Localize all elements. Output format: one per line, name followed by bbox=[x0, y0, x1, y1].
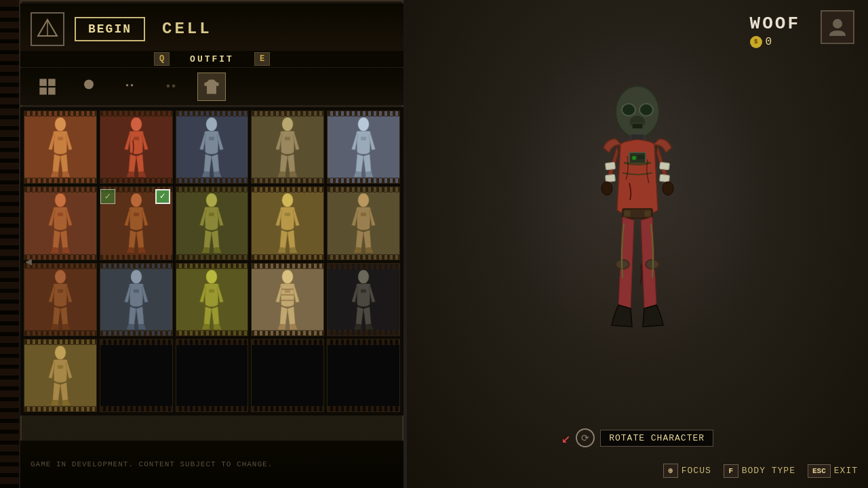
bottom-controls: ⊕ FOCUS F BODY TYPE ESC EXIT bbox=[663, 464, 858, 478]
rotate-button-icon: ⟳ bbox=[576, 428, 595, 447]
currency-row: $ 0 bbox=[750, 36, 800, 48]
selected-checkmark: ✓ bbox=[155, 189, 170, 204]
svg-rect-21 bbox=[209, 137, 214, 140]
category-legs[interactable] bbox=[321, 73, 349, 101]
svg-rect-48 bbox=[134, 289, 139, 292]
outfit-cell-7[interactable]: ✓ bbox=[100, 186, 173, 260]
svg-rect-45 bbox=[58, 289, 63, 292]
svg-rect-71 bbox=[606, 162, 616, 169]
outfit-cell-2[interactable] bbox=[100, 110, 173, 184]
cell-character-svg-13 bbox=[186, 268, 237, 331]
outfit-cell-8[interactable] bbox=[176, 186, 249, 260]
svg-point-49 bbox=[206, 270, 217, 284]
svg-rect-36 bbox=[209, 213, 214, 216]
category-hands[interactable] bbox=[239, 73, 267, 101]
svg-point-63 bbox=[622, 104, 635, 116]
outfit-cell-20[interactable] bbox=[327, 339, 400, 412]
category-face[interactable] bbox=[115, 73, 144, 101]
right-panel: WOOF $ 0 bbox=[407, 0, 868, 488]
exit-key[interactable]: ESC bbox=[808, 464, 831, 478]
svg-rect-57 bbox=[361, 289, 366, 292]
outfit-cell-13[interactable] bbox=[176, 263, 249, 336]
outfit-cell-19[interactable] bbox=[251, 339, 324, 412]
cell-character-svg-9 bbox=[262, 192, 313, 254]
focus-label: FOCUS bbox=[682, 466, 711, 476]
svg-rect-30 bbox=[58, 213, 63, 216]
svg-point-37 bbox=[282, 193, 293, 207]
rotate-hint: ↙ ⟳ ROTATE CHARACTER bbox=[561, 428, 713, 447]
cell-character-svg-1 bbox=[35, 116, 85, 178]
player-name: WOOF bbox=[750, 14, 800, 34]
svg-point-43 bbox=[55, 270, 66, 284]
outfit-cell-4[interactable] bbox=[251, 110, 324, 184]
svg-rect-4 bbox=[48, 79, 56, 86]
cell-character-svg-3 bbox=[186, 116, 237, 178]
category-head[interactable] bbox=[75, 73, 103, 101]
exit-label: EXIT bbox=[834, 466, 858, 476]
left-panel: BEGIN CELL Q OUTFIT E bbox=[0, 0, 407, 488]
svg-point-10 bbox=[131, 83, 134, 86]
svg-point-64 bbox=[639, 104, 653, 116]
cell-character-svg-2 bbox=[111, 116, 161, 178]
focus-key[interactable]: ⊕ bbox=[663, 464, 678, 478]
svg-point-76 bbox=[663, 182, 673, 195]
outfit-cell-15[interactable] bbox=[327, 263, 400, 336]
q-key[interactable]: Q bbox=[154, 52, 170, 66]
outfit-cell-12[interactable] bbox=[100, 263, 173, 336]
svg-point-19 bbox=[206, 117, 217, 131]
cell-character-svg-8 bbox=[186, 192, 237, 254]
cell-character-svg-16 bbox=[35, 344, 85, 407]
outfit-cell-9[interactable] bbox=[251, 186, 324, 260]
outfit-cell-10[interactable] bbox=[327, 186, 400, 260]
svg-point-22 bbox=[282, 117, 293, 131]
gold-icon: $ bbox=[750, 36, 762, 48]
svg-rect-42 bbox=[361, 213, 366, 216]
svg-point-13 bbox=[55, 117, 66, 131]
svg-rect-24 bbox=[285, 137, 290, 140]
svg-point-69 bbox=[632, 156, 636, 160]
svg-rect-15 bbox=[58, 137, 63, 140]
svg-rect-51 bbox=[209, 289, 214, 292]
svg-point-40 bbox=[358, 193, 369, 207]
svg-point-31 bbox=[130, 193, 141, 207]
cell-character-svg-14 bbox=[262, 268, 313, 331]
bodytype-control[interactable]: F BODY TYPE bbox=[724, 464, 795, 478]
currency-value: 0 bbox=[766, 36, 772, 48]
category-feet[interactable] bbox=[362, 73, 391, 101]
outfit-cell-3[interactable] bbox=[176, 110, 249, 184]
category-mask[interactable] bbox=[157, 73, 185, 101]
svg-point-25 bbox=[358, 117, 369, 131]
bodytype-key[interactable]: F bbox=[724, 464, 738, 478]
e-key[interactable]: E bbox=[254, 52, 270, 66]
character-svg bbox=[570, 75, 705, 427]
rotate-label: ROTATE CHARACTER bbox=[600, 430, 713, 447]
focus-control[interactable]: ⊕ FOCUS bbox=[663, 464, 711, 478]
cell-character-svg-7 bbox=[111, 192, 161, 254]
svg-rect-3 bbox=[40, 79, 47, 86]
outfit-cell-5[interactable] bbox=[327, 110, 400, 184]
begin-button[interactable]: BEGIN bbox=[75, 17, 145, 41]
cell-character-svg-4 bbox=[262, 116, 313, 178]
category-outfit[interactable] bbox=[197, 73, 226, 101]
svg-rect-39 bbox=[285, 213, 290, 216]
svg-point-9 bbox=[126, 83, 129, 86]
cell-character-svg-12 bbox=[111, 268, 161, 331]
cell-character-svg-10 bbox=[338, 192, 389, 254]
header-area: BEGIN CELL bbox=[20, 3, 403, 54]
category-chest[interactable] bbox=[280, 73, 309, 101]
svg-point-7 bbox=[84, 79, 94, 89]
outfit-cell-14[interactable] bbox=[251, 263, 324, 336]
outfit-cell-18[interactable] bbox=[176, 339, 249, 412]
category-all[interactable] bbox=[33, 73, 62, 101]
svg-point-61 bbox=[833, 19, 842, 28]
svg-rect-60 bbox=[58, 365, 63, 369]
svg-rect-70 bbox=[637, 155, 644, 159]
svg-rect-73 bbox=[660, 162, 670, 169]
svg-rect-79 bbox=[644, 210, 651, 217]
exit-control[interactable]: ESC EXIT bbox=[808, 464, 858, 478]
svg-rect-5 bbox=[40, 87, 47, 95]
svg-rect-18 bbox=[134, 137, 139, 140]
scroll-left[interactable]: ◀ bbox=[22, 121, 35, 402]
outfit-cell-17[interactable] bbox=[100, 339, 173, 412]
svg-point-55 bbox=[358, 270, 369, 284]
